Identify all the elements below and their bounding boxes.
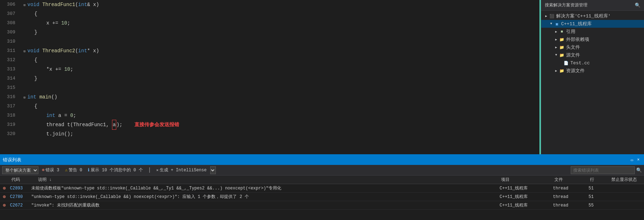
float-button[interactable]: ▭ [629, 157, 635, 163]
ref-symbol: & x) [87, 2, 99, 7]
se-header-label: 头文件 [566, 44, 580, 50]
col-header-code[interactable]: 代码 [9, 177, 35, 183]
se-resource-label: 资源文件 [566, 68, 585, 74]
green-indicator-bar [539, 0, 541, 154]
line-content-318: int a = 0; [20, 111, 536, 120]
solution-icon: ⬛ [549, 13, 555, 19]
error-row-c2780[interactable]: ⊗ C2780 "unknown-type std::invoke(_Calla… [0, 193, 644, 201]
line-content-317: { [20, 102, 536, 111]
se-resource-item[interactable]: ▶ 📁 资源文件 [541, 67, 644, 75]
keyword-int-318: int [46, 113, 55, 118]
se-source-item[interactable]: ▼ 📁 源文件 [541, 51, 644, 59]
solution-explorer-title: 搜索解决方案资源管理 [545, 2, 587, 8]
inline-comment: 直接传参会发送报错 [134, 122, 179, 128]
se-project-label: C++11_线程库 [561, 21, 592, 27]
error-icon-c2893: ⊗ [0, 185, 9, 191]
col-header-desc[interactable]: 说明 ↓ [35, 177, 498, 183]
keyword-int-316: int [27, 94, 36, 100]
collapse-header: ▶ [554, 45, 558, 49]
error-proj-c2780: C++11_线程库 [498, 194, 552, 200]
code-line-309: 309 } [0, 28, 536, 37]
project-icon: ▣ [554, 21, 560, 27]
se-header-item[interactable]: ▶ 📁 头文件 [541, 43, 644, 51]
warning-icon: ⚠ [65, 167, 68, 173]
code-line-315: 315 [0, 83, 536, 92]
code-line-317: 317 { [0, 102, 536, 111]
search-icon[interactable]: 🔍 [636, 167, 642, 173]
error-line-c2780: 51 [587, 194, 608, 199]
error-file-c2672: thread [552, 203, 587, 208]
build-mode-dropdown[interactable]: ▼ [210, 166, 216, 174]
collapse-external: ▶ [554, 37, 558, 42]
code-line-308: 308 x += 10; [0, 18, 536, 28]
number-10: 10 [61, 20, 67, 26]
number-0: 0 [70, 113, 73, 118]
resource-folder-icon: 📁 [559, 68, 565, 74]
ptr-symbol: * x) [87, 48, 99, 54]
line-content-307: { [20, 9, 536, 18]
code-editor: 306 ⊟void ThreadFunc1(int& x) 307 { 308 … [0, 0, 536, 154]
collapse-arrow-316: ⊟ [22, 96, 27, 100]
line-number-320: 320 [0, 129, 20, 139]
keyword-int: int [78, 2, 87, 7]
col-header-line[interactable]: 行 [587, 177, 608, 183]
line-number-313: 313 [0, 65, 20, 74]
error-row-c2672[interactable]: ⊗ C2672 "invoke": 未找到匹配的重载函数 C++11_线程库 t… [0, 201, 644, 210]
error-count-label: 错误 3 [46, 167, 59, 173]
info-count-badge[interactable]: ℹ 展示 10 个消息中的 0 个 [86, 167, 145, 173]
se-project-item[interactable]: ▼ ▣ C++11_线程库 [541, 20, 644, 28]
code-line-306: 306 ⊟void ThreadFunc1(int& x) [0, 0, 536, 9]
header-folder-icon: 📁 [559, 44, 565, 50]
se-testcc-item[interactable]: 📄 Test.cc [541, 59, 644, 67]
line-content-319: thread t(ThreadFunc1, a); 直接传参会发送报错 [20, 120, 536, 130]
se-solution-label: 解决方案'C++11_线程库' [556, 13, 611, 19]
warning-count-badge[interactable]: ⚠ 警告 0 [63, 167, 85, 173]
line-number-319: 319 [0, 120, 20, 129]
se-ref-item[interactable]: ▶ ■ 引用 [541, 28, 644, 36]
line-number-310: 310 [0, 37, 20, 46]
error-search-input[interactable] [571, 166, 635, 174]
search-icon[interactable]: 🔍 [635, 2, 640, 8]
close-button[interactable]: × [635, 157, 641, 163]
build-label: ✕ [156, 168, 159, 172]
error-count-badge[interactable]: ⊗ 错误 3 [40, 167, 62, 173]
collapse-resource: ▶ [554, 69, 558, 73]
error-toolbar: 整个解决方案 ⊗ 错误 3 ⚠ 警告 0 ℹ 展示 10 个消息中的 0 个 |… [0, 165, 644, 176]
error-panel-title: 错误列表 [3, 157, 21, 163]
keyword-int-311: int [78, 48, 87, 54]
line-number-308: 308 [0, 18, 20, 28]
info-count-label: 展示 10 个消息中的 0 个 [91, 167, 143, 173]
error-file-c2780: thread [552, 194, 587, 199]
line-content-311: ⊟void ThreadFunc2(int* x) [20, 46, 536, 55]
line-number-316: 316 [0, 92, 20, 102]
code-line-307: 307 { [0, 9, 536, 18]
fn-threadfunc2: ThreadFunc2 [42, 48, 75, 54]
line-number-311: 311 [0, 46, 20, 55]
col-header-suppress[interactable]: 禁止显示状态 [608, 177, 644, 183]
error-row-c2893[interactable]: ⊗ C2893 未能使函数模板"unknown-type std::invoke… [0, 184, 644, 193]
testcc-file-icon: 📄 [563, 60, 569, 66]
se-solution-item[interactable]: ▶ ⬛ 解决方案'C++11_线程库' [541, 12, 644, 20]
col-header-proj[interactable]: 项目 [498, 177, 552, 183]
separator: | [148, 167, 151, 173]
col-header-file[interactable]: 文件 [552, 177, 587, 183]
code-line-316: 316 ⊟int main() [0, 92, 536, 102]
line-number-307: 307 [0, 9, 20, 18]
editor-scrollbar[interactable] [536, 0, 541, 154]
collapse-ref: ▶ [554, 29, 558, 34]
number-10-313: 10 [64, 66, 70, 72]
scope-dropdown[interactable]: 整个解决方案 [2, 166, 38, 174]
collapse-solution: ▶ [544, 14, 548, 18]
line-number-306: 306 [0, 0, 20, 9]
solution-explorer-header: 搜索解决方案资源管理 🔍 [541, 0, 644, 11]
error-proj-c2893: C++11_线程库 [498, 185, 552, 191]
error-code-c2672: C2672 [9, 203, 30, 208]
se-external-item[interactable]: ▶ 📁 外部依赖项 [541, 36, 644, 43]
error-icon-c2672: ⊗ [0, 202, 9, 208]
fn-name: ThreadFunc1 [42, 2, 75, 7]
build-badge[interactable]: ✕ 生成 + IntelliSense [154, 167, 209, 173]
error-line-c2672: 55 [587, 203, 608, 208]
info-icon: ℹ [88, 167, 90, 173]
error-table-header: 代码 说明 ↓ 项目 文件 行 禁止显示状态 [0, 176, 644, 184]
se-external-label: 外部依赖项 [566, 36, 589, 43]
